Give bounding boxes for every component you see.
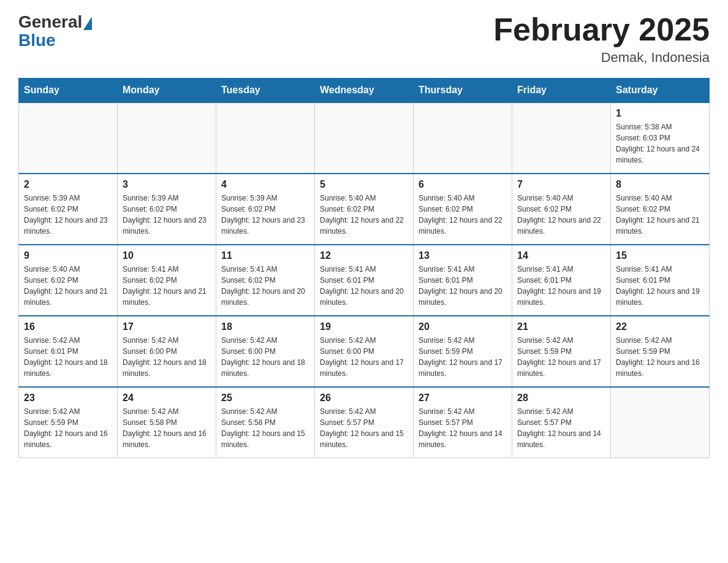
day-number: 23 bbox=[24, 393, 112, 404]
day-number: 7 bbox=[517, 179, 605, 190]
day-info: Sunrise: 5:42 AMSunset: 6:00 PMDaylight:… bbox=[320, 335, 408, 379]
day-number: 11 bbox=[221, 250, 309, 261]
day-number: 12 bbox=[320, 250, 408, 261]
calendar-cell: 18Sunrise: 5:42 AMSunset: 6:00 PMDayligh… bbox=[216, 316, 315, 387]
day-number: 8 bbox=[616, 179, 704, 190]
calendar-week-row: 16Sunrise: 5:42 AMSunset: 6:01 PMDayligh… bbox=[19, 316, 710, 387]
day-info: Sunrise: 5:40 AMSunset: 6:02 PMDaylight:… bbox=[320, 193, 408, 237]
day-info: Sunrise: 5:42 AMSunset: 5:57 PMDaylight:… bbox=[517, 406, 605, 450]
day-number: 27 bbox=[419, 393, 507, 404]
calendar-cell: 3Sunrise: 5:39 AMSunset: 6:02 PMDaylight… bbox=[118, 174, 216, 245]
day-number: 19 bbox=[320, 321, 408, 332]
calendar-cell bbox=[512, 102, 611, 174]
calendar-cell bbox=[315, 102, 414, 174]
day-number: 2 bbox=[24, 179, 112, 190]
day-info: Sunrise: 5:40 AMSunset: 6:02 PMDaylight:… bbox=[419, 193, 507, 237]
calendar-cell: 28Sunrise: 5:42 AMSunset: 5:57 PMDayligh… bbox=[512, 387, 611, 458]
day-info: Sunrise: 5:40 AMSunset: 6:02 PMDaylight:… bbox=[616, 193, 704, 237]
weekday-header-tuesday: Tuesday bbox=[216, 79, 315, 103]
calendar-cell bbox=[118, 102, 216, 174]
logo-blue-text: Blue bbox=[18, 31, 56, 50]
day-number: 28 bbox=[517, 393, 605, 404]
calendar-cell: 26Sunrise: 5:42 AMSunset: 5:57 PMDayligh… bbox=[315, 387, 414, 458]
calendar-week-row: 9Sunrise: 5:40 AMSunset: 6:02 PMDaylight… bbox=[19, 245, 710, 316]
day-info: Sunrise: 5:41 AMSunset: 6:01 PMDaylight:… bbox=[419, 264, 507, 308]
calendar-cell: 12Sunrise: 5:41 AMSunset: 6:01 PMDayligh… bbox=[315, 245, 414, 316]
calendar-cell: 15Sunrise: 5:41 AMSunset: 6:01 PMDayligh… bbox=[611, 245, 710, 316]
day-info: Sunrise: 5:42 AMSunset: 5:59 PMDaylight:… bbox=[419, 335, 507, 379]
day-info: Sunrise: 5:42 AMSunset: 5:57 PMDaylight:… bbox=[419, 406, 507, 450]
calendar-cell: 24Sunrise: 5:42 AMSunset: 5:58 PMDayligh… bbox=[118, 387, 216, 458]
weekday-header-monday: Monday bbox=[118, 79, 216, 103]
calendar-cell bbox=[414, 102, 512, 174]
day-number: 9 bbox=[24, 250, 112, 261]
calendar-cell: 10Sunrise: 5:41 AMSunset: 6:02 PMDayligh… bbox=[118, 245, 216, 316]
day-info: Sunrise: 5:41 AMSunset: 6:01 PMDaylight:… bbox=[517, 264, 605, 308]
weekday-header-saturday: Saturday bbox=[611, 79, 710, 103]
calendar-cell: 17Sunrise: 5:42 AMSunset: 6:00 PMDayligh… bbox=[118, 316, 216, 387]
day-number: 14 bbox=[517, 250, 605, 261]
day-info: Sunrise: 5:42 AMSunset: 5:58 PMDaylight:… bbox=[123, 406, 211, 450]
calendar-cell: 5Sunrise: 5:40 AMSunset: 6:02 PMDaylight… bbox=[315, 174, 414, 245]
calendar-cell: 19Sunrise: 5:42 AMSunset: 6:00 PMDayligh… bbox=[315, 316, 414, 387]
day-number: 24 bbox=[123, 393, 211, 404]
calendar-cell: 21Sunrise: 5:42 AMSunset: 5:59 PMDayligh… bbox=[512, 316, 611, 387]
day-info: Sunrise: 5:40 AMSunset: 6:02 PMDaylight:… bbox=[517, 193, 605, 237]
day-number: 20 bbox=[419, 321, 507, 332]
day-info: Sunrise: 5:41 AMSunset: 6:01 PMDaylight:… bbox=[320, 264, 408, 308]
calendar-cell: 4Sunrise: 5:39 AMSunset: 6:02 PMDaylight… bbox=[216, 174, 315, 245]
day-number: 6 bbox=[419, 179, 507, 190]
day-number: 10 bbox=[123, 250, 211, 261]
day-number: 3 bbox=[123, 179, 211, 190]
day-number: 17 bbox=[123, 321, 211, 332]
weekday-header-sunday: Sunday bbox=[19, 79, 118, 103]
location-text: Demak, Indonesia bbox=[493, 50, 710, 66]
weekday-header-thursday: Thursday bbox=[414, 79, 512, 103]
day-info: Sunrise: 5:42 AMSunset: 6:00 PMDaylight:… bbox=[221, 335, 309, 379]
day-info: Sunrise: 5:42 AMSunset: 6:01 PMDaylight:… bbox=[24, 335, 112, 379]
title-section: February 2025 Demak, Indonesia bbox=[493, 12, 710, 66]
calendar-cell bbox=[19, 102, 118, 174]
day-info: Sunrise: 5:42 AMSunset: 5:59 PMDaylight:… bbox=[616, 335, 704, 379]
day-info: Sunrise: 5:39 AMSunset: 6:02 PMDaylight:… bbox=[24, 193, 112, 237]
day-number: 13 bbox=[419, 250, 507, 261]
weekday-header-row: SundayMondayTuesdayWednesdayThursdayFrid… bbox=[19, 79, 710, 103]
day-number: 5 bbox=[320, 179, 408, 190]
day-info: Sunrise: 5:38 AMSunset: 6:03 PMDaylight:… bbox=[616, 121, 704, 166]
calendar-cell: 8Sunrise: 5:40 AMSunset: 6:02 PMDaylight… bbox=[611, 174, 710, 245]
day-number: 16 bbox=[24, 321, 112, 332]
day-info: Sunrise: 5:42 AMSunset: 5:59 PMDaylight:… bbox=[24, 406, 112, 450]
calendar-cell: 14Sunrise: 5:41 AMSunset: 6:01 PMDayligh… bbox=[512, 245, 611, 316]
calendar-cell: 27Sunrise: 5:42 AMSunset: 5:57 PMDayligh… bbox=[414, 387, 512, 458]
weekday-header-wednesday: Wednesday bbox=[315, 79, 414, 103]
logo-general-text: General bbox=[18, 12, 82, 32]
day-number: 15 bbox=[616, 250, 704, 261]
day-info: Sunrise: 5:39 AMSunset: 6:02 PMDaylight:… bbox=[221, 193, 309, 237]
calendar-table: SundayMondayTuesdayWednesdayThursdayFrid… bbox=[18, 78, 710, 458]
calendar-cell: 7Sunrise: 5:40 AMSunset: 6:02 PMDaylight… bbox=[512, 174, 611, 245]
day-info: Sunrise: 5:41 AMSunset: 6:01 PMDaylight:… bbox=[616, 264, 704, 308]
calendar-week-row: 23Sunrise: 5:42 AMSunset: 5:59 PMDayligh… bbox=[19, 387, 710, 458]
logo-triangle-icon bbox=[83, 17, 92, 30]
calendar-cell: 13Sunrise: 5:41 AMSunset: 6:01 PMDayligh… bbox=[414, 245, 512, 316]
day-number: 4 bbox=[221, 179, 309, 190]
calendar-cell: 22Sunrise: 5:42 AMSunset: 5:59 PMDayligh… bbox=[611, 316, 710, 387]
calendar-cell: 6Sunrise: 5:40 AMSunset: 6:02 PMDaylight… bbox=[414, 174, 512, 245]
weekday-header-friday: Friday bbox=[512, 79, 611, 103]
calendar-week-row: 2Sunrise: 5:39 AMSunset: 6:02 PMDaylight… bbox=[19, 174, 710, 245]
day-info: Sunrise: 5:41 AMSunset: 6:02 PMDaylight:… bbox=[123, 264, 211, 308]
day-info: Sunrise: 5:42 AMSunset: 5:59 PMDaylight:… bbox=[517, 335, 605, 379]
day-number: 1 bbox=[616, 108, 704, 119]
day-info: Sunrise: 5:42 AMSunset: 5:57 PMDaylight:… bbox=[320, 406, 408, 450]
month-title: February 2025 bbox=[493, 12, 710, 47]
day-number: 21 bbox=[517, 321, 605, 332]
day-number: 26 bbox=[320, 393, 408, 404]
day-info: Sunrise: 5:42 AMSunset: 6:00 PMDaylight:… bbox=[123, 335, 211, 379]
calendar-cell: 9Sunrise: 5:40 AMSunset: 6:02 PMDaylight… bbox=[19, 245, 118, 316]
calendar-cell: 2Sunrise: 5:39 AMSunset: 6:02 PMDaylight… bbox=[19, 174, 118, 245]
page-header: General Blue February 2025 Demak, Indone… bbox=[18, 12, 710, 66]
calendar-cell bbox=[611, 387, 710, 458]
calendar-cell: 1Sunrise: 5:38 AMSunset: 6:03 PMDaylight… bbox=[611, 102, 710, 174]
calendar-cell: 20Sunrise: 5:42 AMSunset: 5:59 PMDayligh… bbox=[414, 316, 512, 387]
day-info: Sunrise: 5:42 AMSunset: 5:58 PMDaylight:… bbox=[221, 406, 309, 450]
